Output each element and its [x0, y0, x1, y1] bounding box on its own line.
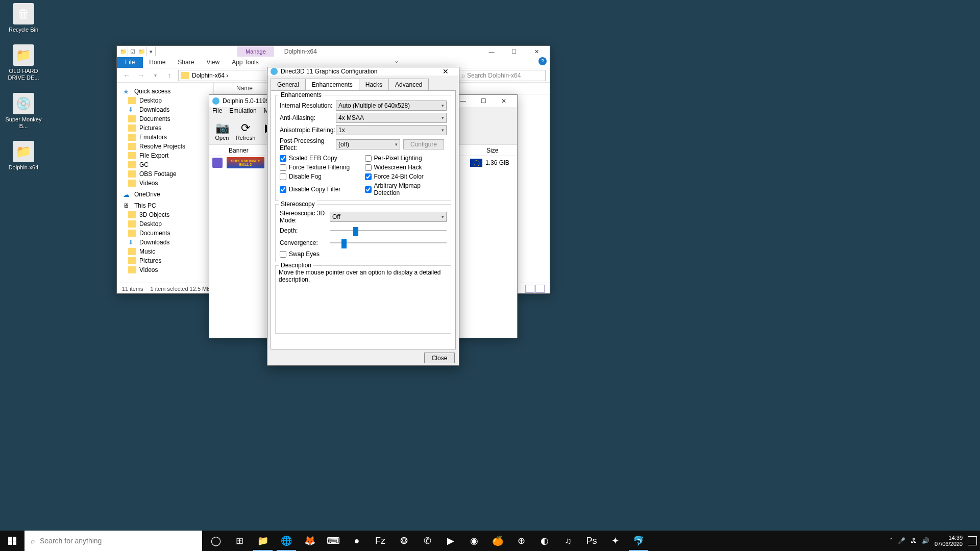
sidebar-item-videos-pc[interactable]: Videos — [117, 265, 213, 274]
sidebar-item-emulators[interactable]: Emulators — [117, 133, 213, 142]
configure-button[interactable]: Configure — [403, 139, 444, 149]
tray-chevron-icon[interactable]: ˄ — [890, 537, 893, 544]
ribbon-tab-file[interactable]: File — [117, 57, 143, 68]
recent-dropdown[interactable]: ▾ — [150, 70, 161, 81]
ribbon-tab-share[interactable]: Share — [172, 57, 200, 68]
desktop-icon-old-hard-drive[interactable]: 📁 OLD HARD DRIVE DE... — [3, 44, 44, 81]
sidebar-item-desktop-pc[interactable]: Desktop — [117, 219, 213, 229]
close-button[interactable]: Close — [424, 353, 455, 363]
maximize-button[interactable]: ☐ — [473, 95, 494, 107]
view-large-icon[interactable] — [535, 285, 545, 293]
tab-advanced[interactable]: Advanced — [388, 79, 429, 90]
app-icon[interactable]: ● — [345, 531, 369, 551]
photoshop-icon[interactable]: Ps — [580, 531, 603, 551]
maximize-button[interactable]: ☐ — [503, 46, 525, 57]
select-anti-aliasing[interactable]: 4x MSAA — [336, 113, 447, 123]
sidebar-item-pictures[interactable]: Pictures — [117, 123, 213, 133]
sidebar-item-3d-objects[interactable]: 3D Objects — [117, 210, 213, 219]
folder-icon[interactable]: 📁 — [119, 47, 128, 56]
slider-convergence[interactable] — [330, 238, 447, 247]
volume-icon[interactable]: 🔊 — [922, 537, 929, 544]
back-button[interactable]: ← — [121, 70, 132, 81]
open-button[interactable]: 📷Open — [212, 118, 232, 143]
checkbox-arbitrary-mipmap[interactable]: Arbitrary Mipmap Detection — [365, 182, 447, 196]
app-icon[interactable]: 🍊 — [486, 531, 509, 551]
select-anisotropic-filtering[interactable]: 1x — [336, 125, 447, 135]
checkbox-disable-fog[interactable]: Disable Fog — [280, 173, 362, 180]
checkbox-widescreen-hack[interactable]: Widescreen Hack — [365, 164, 447, 171]
tab-hacks[interactable]: Hacks — [359, 79, 389, 90]
sidebar-item-music[interactable]: Music — [117, 247, 213, 256]
app-icon[interactable]: ⊕ — [509, 531, 533, 551]
chrome-icon[interactable]: 🌐 — [275, 531, 298, 551]
app-icon[interactable]: ✦ — [603, 531, 627, 551]
start-button[interactable] — [0, 531, 24, 551]
refresh-button[interactable]: ⟳Refresh — [236, 118, 255, 143]
app-icon[interactable]: ◐ — [533, 531, 556, 551]
desktop-icon-super-monkey-ball[interactable]: 💿 Super Monkey B... — [3, 93, 44, 130]
steam-icon[interactable]: ❂ — [392, 531, 415, 551]
new-folder-icon[interactable]: 📁 — [137, 47, 146, 56]
close-button[interactable]: ✕ — [435, 67, 456, 76]
close-button[interactable]: ✕ — [494, 95, 514, 107]
search-input[interactable]: ⌕ Search Dolphin-x64 — [459, 70, 546, 81]
tab-general[interactable]: General — [271, 79, 306, 90]
sidebar-item-downloads-pc[interactable]: Downloads — [117, 238, 213, 247]
contextual-tab-manage[interactable]: Manage — [237, 46, 274, 57]
dolphin-taskbar-icon[interactable]: 🐬 — [627, 531, 650, 551]
ribbon-collapse-icon[interactable]: ⌄ — [394, 57, 399, 68]
sidebar-item-desktop[interactable]: Desktop — [117, 96, 213, 105]
explorer-icon[interactable]: 📁 — [251, 531, 275, 551]
desktop-icon-dolphin-x64[interactable]: 📁 Dolphin-x64 — [3, 141, 44, 171]
ribbon-tab-home[interactable]: Home — [143, 57, 172, 68]
slider-thumb[interactable] — [353, 227, 358, 236]
help-icon[interactable]: ? — [538, 57, 547, 65]
app-icon[interactable]: ◉ — [462, 531, 486, 551]
sidebar-item-pictures-pc[interactable]: Pictures — [117, 256, 213, 265]
desktop-icon-recycle-bin[interactable]: 🗑 Recycle Bin — [3, 3, 44, 33]
ribbon-tab-app-tools[interactable]: App Tools — [226, 57, 264, 68]
view-details-icon[interactable] — [525, 285, 534, 293]
checkbox-force-24bit-color[interactable]: Force 24-Bit Color — [365, 173, 447, 180]
sidebar-item-documents[interactable]: Documents — [117, 114, 213, 123]
checkbox-swap-eyes[interactable]: Swap Eyes — [280, 251, 447, 258]
explorer-titlebar[interactable]: 📁 ☑ 📁 ▾ Manage Dolphin-x64 — ☐ ✕ — [117, 46, 550, 57]
dialog-titlebar[interactable]: Direct3D 11 Graphics Configuration ✕ — [267, 67, 459, 76]
select-stereo-mode[interactable]: Off — [330, 212, 447, 222]
sidebar-item-videos[interactable]: Videos — [117, 179, 213, 188]
checkbox-disable-copy-filter[interactable]: Disable Copy Filter — [280, 182, 362, 196]
select-post-processing[interactable]: (off) — [336, 139, 400, 149]
sidebar-item-resolve-projects[interactable]: Resolve Projects — [117, 142, 213, 151]
close-button[interactable]: ✕ — [525, 46, 548, 57]
search-input[interactable]: ⌕ Search for anything — [24, 531, 202, 551]
column-size[interactable]: Size — [481, 147, 517, 154]
network-icon[interactable]: 🖧 — [911, 537, 917, 544]
firefox-icon[interactable]: 🦊 — [298, 531, 322, 551]
amazon-music-icon[interactable]: ♫ — [556, 531, 580, 551]
sidebar-item-onedrive[interactable]: OneDrive — [117, 190, 213, 199]
sidebar-item-documents-pc[interactable]: Documents — [117, 229, 213, 238]
notifications-icon[interactable] — [968, 536, 977, 545]
checkbox-per-pixel-lighting[interactable]: Per-Pixel Lighting — [365, 155, 447, 162]
checkbox-scaled-efb-copy[interactable]: Scaled EFB Copy — [280, 155, 362, 162]
forward-button[interactable]: → — [135, 70, 146, 81]
column-name[interactable]: Name — [231, 85, 258, 92]
qat-dropdown-icon[interactable]: ▾ — [146, 47, 156, 56]
slider-thumb[interactable] — [341, 239, 347, 248]
clock[interactable]: 14:39 07/06/2020 — [935, 535, 963, 547]
minimize-button[interactable]: — — [480, 46, 503, 57]
select-internal-resolution[interactable]: Auto (Multiple of 640x528) — [336, 101, 447, 111]
sidebar-item-obs-footage[interactable]: OBS Footage — [117, 169, 213, 179]
column-banner[interactable]: Banner — [224, 147, 264, 154]
sidebar-item-file-export[interactable]: File Export — [117, 151, 213, 160]
slider-depth[interactable] — [330, 226, 447, 235]
properties-icon[interactable]: ☑ — [128, 47, 137, 56]
sidebar-item-this-pc[interactable]: This PC — [117, 201, 213, 210]
checkbox-force-texture-filtering[interactable]: Force Texture Filtering — [280, 164, 362, 171]
task-view-icon[interactable]: ⊞ — [228, 531, 251, 551]
filezilla-icon[interactable]: Fz — [369, 531, 392, 551]
breadcrumb[interactable]: Dolphin-x64 › — [192, 72, 228, 79]
sidebar-item-downloads[interactable]: Downloads — [117, 105, 213, 114]
tab-enhancements[interactable]: Enhancements — [305, 79, 359, 90]
microphone-icon[interactable]: 🎤 — [898, 537, 905, 544]
